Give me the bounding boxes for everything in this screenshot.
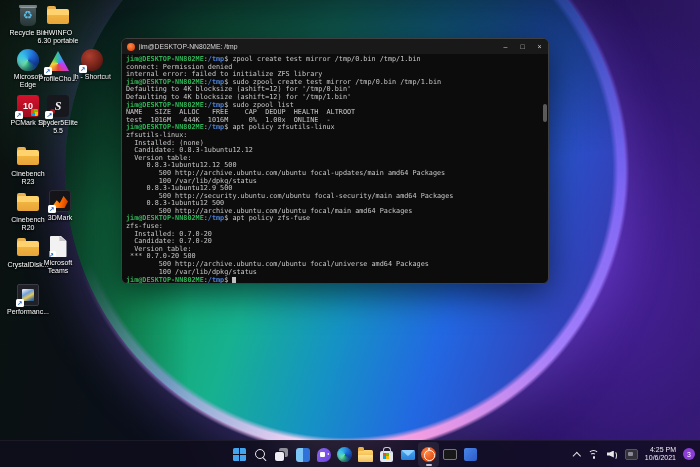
taskbar-terminal-button[interactable] xyxy=(439,442,460,467)
desktop-icon-label: Microsoft Teams xyxy=(44,259,72,275)
taskbar: 4:25 PM 10/6/2021 3 xyxy=(0,440,700,467)
maximize-button[interactable]: □ xyxy=(514,39,531,54)
search-icon xyxy=(254,448,268,462)
terminal-scrollbar[interactable] xyxy=(543,104,547,122)
desktop-icon-hwinfo[interactable]: HWINFO 6.30 portable xyxy=(34,3,82,45)
terminal-icon xyxy=(443,449,457,460)
taskbar-clock[interactable]: 4:25 PM 10/6/2021 xyxy=(645,446,676,463)
icon-glyph: ♻ xyxy=(23,9,33,22)
taskbar-widgets-button[interactable] xyxy=(292,442,313,467)
taskbar-explorer-button[interactable] xyxy=(355,442,376,467)
taskbar-start-button[interactable] xyxy=(229,442,250,467)
taskbar-app-button[interactable] xyxy=(460,442,481,467)
terminal-title: jim@DESKTOP-NN802ME: /tmp xyxy=(139,43,497,50)
shortcut-arrow-icon: ↗ xyxy=(45,111,53,119)
terminal-line: jim@DESKTOP-NN802ME:/tmp$ apt policy zfs… xyxy=(126,124,548,132)
desktop-icon-label: Cinebench R23 xyxy=(11,170,44,186)
desktop-icon-spyder5elite[interactable]: S↗Spyder5Elite 5.5 xyxy=(34,95,82,135)
desktop: ♻Recycle BinHWINFO 6.30 portableMicrosof… xyxy=(0,0,700,467)
profilecho-icon: ↗ xyxy=(46,49,70,73)
terminal-line: jim@DESKTOP-NN802ME:/tmp$ apt policy zfs… xyxy=(126,215,548,223)
close-button[interactable]: × xyxy=(531,39,548,54)
terminal-titlebar[interactable]: jim@DESKTOP-NN802ME: /tmp – □ × xyxy=(122,39,548,54)
desktop-icon-label: jh - Shortcut xyxy=(73,73,111,81)
wifi-icon[interactable] xyxy=(588,449,600,459)
performance-icon: ↗ xyxy=(17,284,39,306)
desktop-icons: ♻Recycle BinHWINFO 6.30 portableMicrosof… xyxy=(4,0,134,440)
system-tray: 4:25 PM 10/6/2021 3 xyxy=(573,441,695,467)
taskbar-taskview-button[interactable] xyxy=(271,442,292,467)
terminal-line: 100 /var/lib/dpkg/status xyxy=(126,269,548,277)
cinebench-r23-icon xyxy=(16,144,40,168)
terminal-line: jim@DESKTOP-NN802ME:/tmp$ xyxy=(126,276,548,284)
desktop-icon-label: 3DMark xyxy=(48,214,73,222)
mail-icon xyxy=(401,450,415,460)
ubuntu-icon xyxy=(127,43,135,51)
tray-icons-slot xyxy=(573,449,638,460)
widgets-icon xyxy=(296,448,310,462)
desktop-icon-microsoft-teams[interactable]: ↗Microsoft Teams xyxy=(34,235,82,275)
edge-icon xyxy=(337,447,352,462)
taskbar-search-button[interactable] xyxy=(250,442,271,467)
taskbar-icons xyxy=(229,442,481,467)
taskbar-edge-button[interactable] xyxy=(334,442,355,467)
icon-glyph: S xyxy=(55,99,62,114)
tray-app-icon[interactable] xyxy=(625,449,638,460)
shortcut-arrow-icon: ↗ xyxy=(48,205,56,213)
icon-glyph: 10 xyxy=(23,101,33,111)
taskbar-ubuntu-button[interactable] xyxy=(418,442,439,467)
clock-date: 10/6/2021 xyxy=(645,454,676,461)
pinned-app-icon xyxy=(464,448,477,461)
taskbar-store-button[interactable] xyxy=(376,442,397,467)
store-icon xyxy=(380,451,393,462)
task-view-icon xyxy=(275,448,288,461)
taskbar-mail-button[interactable] xyxy=(397,442,418,467)
file-explorer-icon xyxy=(358,450,373,462)
jh-shortcut-icon: ↗ xyxy=(81,49,103,71)
notification-badge[interactable]: 3 xyxy=(683,448,695,460)
shortcut-arrow-icon: ↗ xyxy=(16,299,24,307)
shortcut-arrow-icon: ↗ xyxy=(15,111,23,119)
desktop-icon-label: HWINFO 6.30 portable xyxy=(38,29,79,45)
minimize-button[interactable]: – xyxy=(497,39,514,54)
chat-icon xyxy=(317,448,331,462)
spyder5elite-icon: S↗ xyxy=(47,95,69,117)
terminal-window: jim@DESKTOP-NN802ME: /tmp – □ × jim@DESK… xyxy=(121,38,549,284)
desktop-icon-cinebench-r23[interactable]: Cinebench R23 xyxy=(4,144,52,186)
microsoft-teams-icon: ↗ xyxy=(50,236,67,257)
clock-time: 4:25 PM xyxy=(650,446,676,453)
shortcut-arrow-icon: ↗ xyxy=(44,67,52,75)
ubuntu-icon xyxy=(421,447,436,462)
hwinfo-icon xyxy=(46,3,70,27)
3dmark-icon: ↗ xyxy=(49,190,71,212)
terminal-output: jim@DESKTOP-NN802ME:/tmp$ zpool create t… xyxy=(126,56,548,284)
desktop-icon-label: Spyder5Elite 5.5 xyxy=(38,119,78,135)
taskbar-chat-button[interactable] xyxy=(313,442,334,467)
shortcut-arrow-icon: ↗ xyxy=(48,251,56,259)
desktop-icon-jh-shortcut[interactable]: ↗jh - Shortcut xyxy=(68,49,116,81)
windows-logo-icon xyxy=(233,448,246,461)
terminal-body[interactable]: jim@DESKTOP-NN802ME:/tmp$ zpool create t… xyxy=(122,54,548,284)
shortcut-arrow-icon: ↗ xyxy=(79,65,87,73)
desktop-icon-3dmark[interactable]: ↗3DMark xyxy=(36,190,84,222)
chevron-up-icon[interactable] xyxy=(573,450,581,458)
desktop-icon-label: Performanc... xyxy=(7,308,49,316)
desktop-icon-performance[interactable]: ↗Performanc... xyxy=(4,284,52,316)
volume-icon[interactable] xyxy=(607,449,618,459)
